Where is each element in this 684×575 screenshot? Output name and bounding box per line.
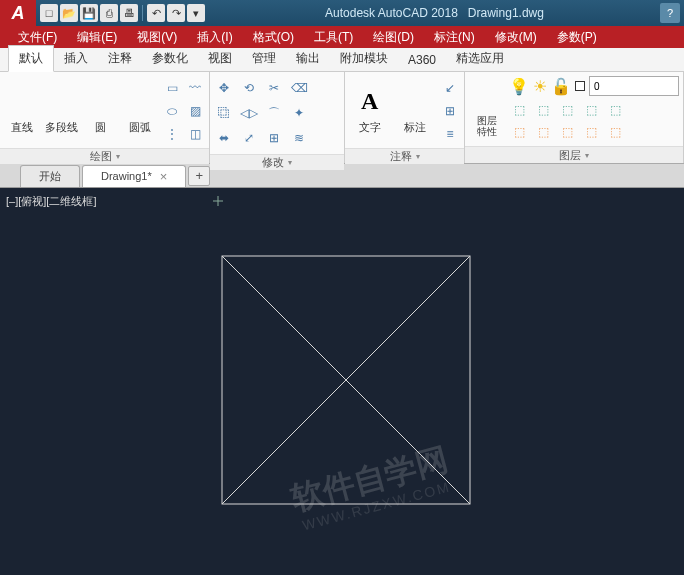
text-button[interactable]: A 文字 (349, 76, 391, 144)
tab-insert[interactable]: 插入 (54, 46, 98, 71)
menu-file[interactable]: 文件(F) (8, 29, 67, 46)
tab-a360[interactable]: A360 (398, 49, 446, 71)
quick-access-toolbar: □ 📂 💾 ⎙ 🖶 ↶ ↷ ▾ (36, 4, 209, 22)
qat-separator (142, 5, 143, 21)
layer-combo[interactable]: 0 (589, 76, 679, 96)
circle-label: 圆 (95, 120, 106, 135)
print-icon[interactable]: 🖶 (120, 4, 138, 22)
rotate-icon[interactable]: ⟲ (239, 78, 259, 98)
drawing-canvas[interactable]: [–][俯视][二维线框] 软件自学网 WWW.RJZXW.COM (0, 188, 684, 575)
region-icon[interactable]: ◫ (185, 124, 205, 144)
menu-bar: 文件(F) 编辑(E) 视图(V) 插入(I) 格式(O) 工具(T) 绘图(D… (0, 26, 684, 48)
tab-start[interactable]: 开始 (20, 165, 80, 187)
sun-icon: ☀ (533, 77, 547, 96)
stretch-icon[interactable]: ⬌ (214, 128, 234, 148)
bulb-icon: 💡 (509, 77, 529, 96)
layer-tool-6-icon[interactable]: ⬚ (509, 122, 529, 142)
help-icon[interactable]: ? (660, 3, 680, 23)
dimension-button[interactable]: 标注 (395, 76, 437, 144)
tab-annotate[interactable]: 注释 (98, 46, 142, 71)
hatch-icon[interactable]: ▨ (185, 101, 205, 121)
panel-draw-title[interactable]: 绘图 (0, 148, 209, 164)
move-icon[interactable]: ✥ (214, 78, 234, 98)
save-icon[interactable]: 💾 (80, 4, 98, 22)
circle-button[interactable]: 圆 (83, 76, 119, 144)
undo-icon[interactable]: ↶ (147, 4, 165, 22)
rectangle-icon[interactable]: ▭ (162, 78, 182, 98)
arc-label: 圆弧 (129, 120, 151, 135)
layer-tool-8-icon[interactable]: ⬚ (557, 122, 577, 142)
layer-tool-1-icon[interactable]: ⬚ (509, 100, 529, 120)
layer-tools: ⬚ ⬚ ⬚ ⬚ ⬚ ⬚ ⬚ ⬚ ⬚ ⬚ (509, 100, 679, 142)
spline-icon[interactable]: 〰 (185, 78, 205, 98)
menu-dimension[interactable]: 标注(N) (424, 29, 485, 46)
tab-default[interactable]: 默认 (8, 45, 54, 72)
panel-draw: 直线 多段线 圆 圆弧 ▭ 〰 ⬭ ▨ ⋮ ◫ 绘图 (0, 72, 210, 163)
dimension-label: 标注 (404, 120, 426, 135)
point-icon[interactable]: ⋮ (162, 124, 182, 144)
copy-icon[interactable]: ⿻ (214, 103, 234, 123)
leader-icon[interactable]: ↙ (440, 78, 460, 98)
panel-layer-title[interactable]: 图层 (465, 146, 683, 163)
new-tab-button[interactable]: + (188, 166, 210, 186)
tab-view[interactable]: 视图 (198, 46, 242, 71)
open-icon[interactable]: 📂 (60, 4, 78, 22)
tab-featured[interactable]: 精选应用 (446, 46, 514, 71)
color-swatch (575, 81, 585, 91)
layer-tool-2-icon[interactable]: ⬚ (533, 100, 553, 120)
menu-parametric[interactable]: 参数(P) (547, 29, 607, 46)
title-bar: A □ 📂 💾 ⎙ 🖶 ↶ ↷ ▾ Autodesk AutoCAD 2018 … (0, 0, 684, 26)
panel-modify-title[interactable]: 修改 (210, 154, 344, 170)
scale-icon[interactable]: ⤢ (239, 128, 259, 148)
saveas-icon[interactable]: ⎙ (100, 4, 118, 22)
menu-tools[interactable]: 工具(T) (304, 29, 363, 46)
line-label: 直线 (11, 120, 33, 135)
polyline-button[interactable]: 多段线 (44, 76, 80, 144)
tab-parametric[interactable]: 参数化 (142, 46, 198, 71)
layer-tool-3-icon[interactable]: ⬚ (557, 100, 577, 120)
modify-tools: ✥ ⟲ ✂ ⌫ ⿻ ◁▷ ⌒ ✦ ⬌ ⤢ ⊞ ≋ (214, 76, 311, 150)
menu-draw[interactable]: 绘图(D) (363, 29, 424, 46)
panel-annotate: A 文字 标注 ↙ ⊞ ≡ 注释 (345, 72, 465, 163)
tab-output[interactable]: 输出 (286, 46, 330, 71)
menu-insert[interactable]: 插入(I) (187, 29, 242, 46)
text-icon: A (361, 86, 378, 118)
menu-format[interactable]: 格式(O) (243, 29, 304, 46)
tab-drawing1[interactable]: Drawing1* × (82, 165, 186, 187)
panel-annotate-title[interactable]: 注释 (345, 148, 464, 164)
close-tab-icon[interactable]: × (160, 169, 168, 184)
trim-icon[interactable]: ✂ (264, 78, 284, 98)
layer-properties-button[interactable]: 图层 特性 (469, 76, 505, 142)
redo-icon[interactable]: ↷ (167, 4, 185, 22)
ellipse-icon[interactable]: ⬭ (162, 101, 182, 121)
layer-tool-4-icon[interactable]: ⬚ (581, 100, 601, 120)
menu-view[interactable]: 视图(V) (127, 29, 187, 46)
mirror-icon[interactable]: ◁▷ (239, 103, 259, 123)
explode-icon[interactable]: ✦ (289, 103, 309, 123)
ribbon-tabs: 默认 插入 注释 参数化 视图 管理 输出 附加模块 A360 精选应用 (0, 48, 684, 72)
layer-tool-7-icon[interactable]: ⬚ (533, 122, 553, 142)
array-icon[interactable]: ⊞ (264, 128, 284, 148)
menu-edit[interactable]: 编辑(E) (67, 29, 127, 46)
drawing-content (0, 188, 684, 575)
arc-button[interactable]: 圆弧 (123, 76, 159, 144)
qat-dropdown-icon[interactable]: ▾ (187, 4, 205, 22)
layer-tool-5-icon[interactable]: ⬚ (605, 100, 625, 120)
layer-tool-10-icon[interactable]: ⬚ (605, 122, 625, 142)
tab-manage[interactable]: 管理 (242, 46, 286, 71)
line-button[interactable]: 直线 (4, 76, 40, 144)
menu-modify[interactable]: 修改(M) (485, 29, 547, 46)
panel-layer: 图层 特性 💡 ☀ 🔓 0 ⬚ ⬚ ⬚ ⬚ ⬚ ⬚ ⬚ (465, 72, 684, 163)
app-logo[interactable]: A (0, 0, 36, 26)
mtext-icon[interactable]: ≡ (440, 124, 460, 144)
fillet-icon[interactable]: ⌒ (264, 103, 284, 123)
offset-icon[interactable]: ≋ (289, 128, 309, 148)
ribbon: 直线 多段线 圆 圆弧 ▭ 〰 ⬭ ▨ ⋮ ◫ 绘图 (0, 72, 684, 164)
tab-addins[interactable]: 附加模块 (330, 46, 398, 71)
table-icon[interactable]: ⊞ (440, 101, 460, 121)
layer-tool-9-icon[interactable]: ⬚ (581, 122, 601, 142)
lock-icon: 🔓 (551, 77, 571, 96)
new-icon[interactable]: □ (40, 4, 58, 22)
text-label: 文字 (359, 120, 381, 135)
erase-icon[interactable]: ⌫ (289, 78, 309, 98)
